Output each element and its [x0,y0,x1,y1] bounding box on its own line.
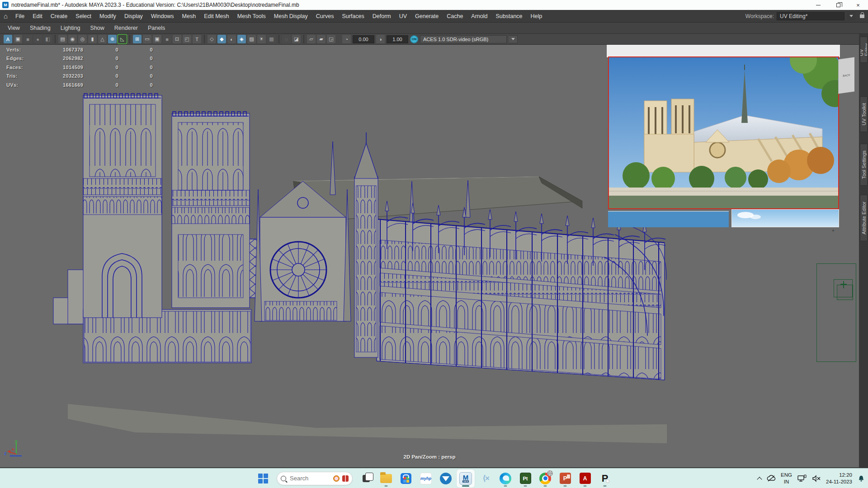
gamma-icon[interactable]: ◑ [376,35,385,43]
menu-item[interactable]: Deform [368,10,395,22]
panel-menu-item[interactable]: View [3,23,25,33]
hidden-icons-chevron[interactable] [757,476,762,481]
safe-title-icon[interactable]: T [193,35,201,43]
separator[interactable] [278,35,279,43]
colorspace-select[interactable]: ACES 1.0 SDR-video (sRGB) [420,35,507,43]
workspace-lock-icon[interactable] [860,14,864,18]
occlusion-icon[interactable]: ◌ [282,35,291,43]
separator[interactable] [55,35,56,43]
menu-item[interactable]: Surfaces [338,10,368,22]
gamma-field[interactable]: 1.00 [387,35,408,43]
isolate-select-icon[interactable]: ◪ [292,35,301,43]
dock-tab[interactable]: UV Editor [860,37,868,63]
image-plane-strip-right[interactable] [731,209,839,227]
volume-muted-icon[interactable] [812,475,821,482]
uv-mode-icon[interactable]: ⊕ [108,35,117,43]
separator[interactable] [129,35,130,43]
color-managed-toggle[interactable]: ON [410,35,418,43]
dock-tab[interactable]: Attribute Editor [860,195,868,241]
smooth-shade-icon[interactable]: ◆ [217,35,226,43]
camera-select-icon[interactable]: ◎ [78,35,87,43]
panel-menu-item[interactable]: Show [85,23,109,33]
start-button[interactable] [254,469,272,488]
grid-toggle-icon[interactable]: ⊞ [133,35,142,43]
menu-item[interactable]: Windows [147,10,178,22]
fox-browser-button[interactable] [437,469,455,488]
paste-buffer-icon[interactable]: ▰ [317,35,326,43]
perspective-viewport[interactable]: Verts: 1067378 0 0 Edges: 2062982 0 0 Fa… [0,45,868,468]
taskbar-search[interactable] [277,472,353,485]
exposure-field[interactable]: 0.00 [353,35,374,43]
copy-buffer-icon[interactable]: ▱ [307,35,316,43]
menu-item[interactable]: Mesh [178,10,200,22]
home-icon[interactable]: ⌂ [0,12,11,20]
resolution-gate-icon[interactable]: ▣ [153,35,161,43]
menu-item[interactable]: Display [120,10,147,22]
clock[interactable]: 12:2024-11-2023 [826,472,852,485]
exposure-icon[interactable]: ◔ [342,35,351,43]
menu-item[interactable]: Edit Mesh [200,10,233,22]
close-button[interactable]: × [848,0,868,10]
select-hierarchy-icon[interactable]: ▣ [14,35,22,43]
bookmark-icon[interactable]: ▮ [88,35,97,43]
selection-mask-icon[interactable]: A [4,35,12,43]
search-input[interactable] [289,474,330,482]
panel-menu-item[interactable]: Renderer [109,23,143,33]
edit-image-plane-icon[interactable]: ◺ [118,35,127,43]
menu-item[interactable]: Substance [492,10,527,22]
language-indicator[interactable]: ENGIN [781,472,792,485]
substance-painter-button[interactable]: Pt [516,469,534,488]
onedrive-paused-icon[interactable] [767,475,776,482]
menu-item[interactable]: Mesh Display [270,10,312,22]
camera-lock-icon[interactable]: ◉ [68,35,77,43]
menu-item[interactable]: Help [527,10,547,22]
notredame-reference-photo[interactable] [608,56,839,209]
use-all-lights-icon[interactable]: ☀ [257,35,266,43]
gate-mask-icon[interactable]: ■ [163,35,171,43]
menu-item[interactable]: Arnold [467,10,491,22]
image-plane-strip-left[interactable] [608,211,729,227]
image-plane-cube[interactable]: BACK [838,57,854,94]
menu-item[interactable]: Cache [443,10,467,22]
vscode-button[interactable]: ⟨× [476,469,495,488]
separator[interactable] [204,35,205,43]
wireframe-on-shaded-icon[interactable]: ◈ [237,35,246,43]
myhp-button[interactable]: myhp [417,469,435,488]
dock-tab[interactable]: UV Toolkit [860,96,868,132]
panel-menu-item[interactable]: Panels [143,23,170,33]
minimize-button[interactable] [808,0,828,10]
axis-icon[interactable]: △ [98,35,107,43]
shadows-icon[interactable]: ▩ [267,35,276,43]
resize-icon[interactable]: ◲ [327,35,335,43]
menu-item[interactable]: Select [71,10,95,22]
edge-button[interactable] [496,469,514,488]
workspace-caret-icon[interactable] [847,12,855,20]
task-view-button[interactable] [357,469,375,488]
network-icon[interactable] [797,474,807,483]
pan-handle-icon[interactable]: + [832,228,835,233]
notifications-bell-icon[interactable] [857,474,865,483]
menu-item[interactable]: Create [47,10,72,22]
textured-display-icon[interactable]: ◐ [227,35,236,43]
select-component-icon[interactable]: ● [33,35,42,43]
menu-item[interactable]: UV [395,10,411,22]
wireframe-display-icon[interactable]: ◇ [208,35,216,43]
microsoft-store-button[interactable] [397,469,415,488]
snap-magnet-icon[interactable]: ◧ [43,35,52,43]
pureref-button[interactable]: Ρ [596,469,614,488]
panel-menu-item[interactable]: Lighting [56,23,85,33]
camera-icon[interactable]: ▤ [58,35,67,43]
safe-action-icon[interactable]: ◰ [183,35,191,43]
menu-item[interactable]: Generate [411,10,443,22]
dock-tab[interactable]: Tool Settings [860,144,868,186]
menu-item[interactable]: Mesh Tools [233,10,270,22]
chrome-button[interactable] [536,469,554,488]
select-object-icon[interactable]: ■ [24,35,32,43]
file-explorer-button[interactable] [377,469,395,488]
colorspace-caret-icon[interactable] [509,35,518,43]
workspace-selector[interactable]: UV Editing* [777,12,844,20]
maya-taskbar-button[interactable]: MMAYA [457,469,475,488]
menu-item[interactable]: Modify [95,10,120,22]
acrobat-button[interactable]: A [576,469,594,488]
menu-item[interactable]: Edit [28,10,47,22]
